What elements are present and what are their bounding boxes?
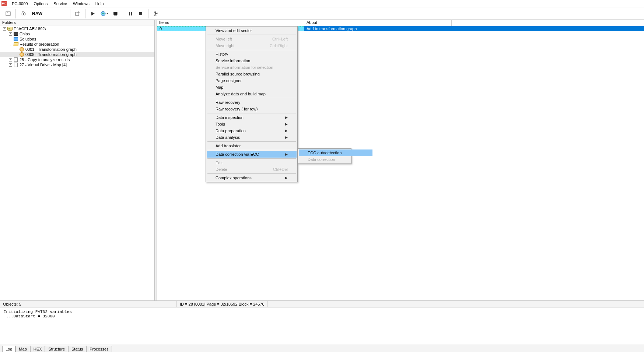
menu-separator [207, 158, 296, 159]
drive-icon [7, 27, 13, 31]
expand-icon[interactable]: + [9, 58, 12, 61]
svg-rect-7 [129, 12, 130, 15]
items-pane: Items About 0 Add to transformation grap… [157, 20, 644, 300]
folders-title: Folders [0, 20, 154, 25]
tree-item-solutions[interactable]: Solutions [0, 36, 154, 42]
menu-item[interactable]: Raw recovery [207, 99, 297, 106]
tree-item-results[interactable]: − Results of preparation [0, 42, 154, 47]
menu-item-label: Parallel source browsing [216, 72, 260, 76]
menubar-windows[interactable]: Windows [70, 1, 92, 7]
bottom-tabs: Log Map HEX Structure Status Processes [0, 344, 644, 352]
menu-item-label: Data inspection [216, 115, 244, 120]
menu-item[interactable]: Data analysis▶ [207, 134, 297, 141]
toolbar-card-icon[interactable] [3, 9, 13, 18]
tree-item-virtual-drive[interactable]: + 27 - Virtual Drive - Map [4] [0, 62, 154, 67]
menubar-app-name[interactable]: PC-3000 [9, 1, 31, 7]
menu-item-label: Add translator [216, 144, 241, 148]
tree-item-graph-0001[interactable]: 0001 - Transformation graph [0, 47, 154, 52]
graph-icon [19, 47, 24, 52]
collapse-icon[interactable]: − [3, 27, 6, 31]
menu-item[interactable]: Raw recovery ( for row) [207, 106, 297, 112]
collapse-icon[interactable]: − [9, 43, 12, 46]
tree-item-graph-0008[interactable]: 0008 - Transformation graph [0, 52, 154, 57]
menu-item[interactable]: Complex operations▶ [207, 175, 297, 181]
menu-item[interactable]: Analyze data and build map [207, 91, 297, 97]
menu-item-label: Delete [216, 167, 227, 172]
tree-label: Solutions [20, 37, 36, 41]
toolbar-export-icon[interactable] [73, 9, 83, 18]
tab-structure[interactable]: Structure [45, 346, 68, 352]
toolbar-stop-icon[interactable] [136, 9, 146, 18]
menu-item-label: Page designer [216, 78, 242, 83]
svg-rect-0 [6, 12, 10, 15]
toolbar-binoculars-icon[interactable] [18, 9, 28, 18]
toolbar-play-icon[interactable] [88, 9, 98, 18]
menubar-service[interactable]: Service [50, 1, 70, 7]
tab-processes[interactable]: Processes [86, 346, 112, 352]
menu-separator [207, 141, 296, 142]
menu-item[interactable]: ECC autodetection [299, 149, 372, 156]
svg-rect-1 [7, 13, 8, 13]
toolbar-chip-icon[interactable] [110, 9, 120, 18]
folders-tree[interactable]: − E:\ACELAB\1892\ + Chips Solutions − Re… [0, 25, 154, 300]
tab-status[interactable]: Status [68, 346, 86, 352]
menu-separator [207, 98, 296, 98]
submenu-arrow-icon: ▶ [285, 116, 288, 119]
tree-label: 25 - Copy to analyze results [20, 57, 70, 62]
menu-separator [207, 150, 296, 150]
menu-item[interactable]: Map [207, 84, 297, 91]
tab-hex[interactable]: HEX [30, 346, 45, 352]
status-bar: Objects: 5 ID = 28 [0001] Page = 32/1859… [0, 300, 644, 307]
menu-item[interactable]: Add translator [207, 142, 297, 149]
svg-rect-9 [139, 12, 142, 15]
menu-item[interactable]: Data correction via ECC▶ [207, 151, 297, 158]
graph-icon [19, 52, 24, 57]
tree-item-chips[interactable]: + Chips [0, 31, 154, 36]
menubar-help[interactable]: Help [92, 1, 107, 7]
menu-item-label: View and edit sector [216, 28, 252, 33]
tree-label: Results of preparation [20, 42, 59, 46]
menu-item[interactable]: History [207, 51, 297, 57]
menu-item-label: Data preparation [216, 129, 246, 133]
menu-item[interactable]: View and edit sector [207, 27, 297, 34]
menu-item-label: Map [216, 85, 223, 89]
tree-label: 0008 - Transformation graph [25, 52, 77, 57]
list-header: Items About [157, 20, 644, 26]
menubar-options[interactable]: Options [31, 1, 50, 7]
expand-icon[interactable]: + [9, 63, 12, 67]
submenu-arrow-icon: ▶ [285, 135, 288, 139]
toolbar-globe-icon[interactable]: ▾ [98, 9, 110, 18]
context-menu[interactable]: View and edit sectorMove leftCtrl+LeftMo… [206, 26, 298, 182]
column-items[interactable]: Items [157, 20, 304, 26]
tree-item-copy-results[interactable]: + 25 - Copy to analyze results [0, 57, 154, 62]
submenu-arrow-icon: ▶ [285, 129, 288, 133]
app-icon: PC [1, 1, 7, 6]
toolbar: RAW ▾ [0, 7, 644, 20]
column-about[interactable]: About [304, 20, 452, 26]
menu-item[interactable]: Page designer [207, 77, 297, 84]
folders-pane: Folders − E:\ACELAB\1892\ + Chips Soluti… [0, 20, 155, 300]
expand-icon[interactable]: + [9, 32, 12, 36]
menu-item[interactable]: Service information [207, 57, 297, 64]
menu-item[interactable]: Tools▶ [207, 121, 297, 127]
menu-shortcut: Ctrl+Left [272, 37, 288, 41]
menubar: PC PC-3000 Options Service Windows Help [0, 0, 644, 7]
menu-item[interactable]: Parallel source browsing [207, 71, 297, 77]
tree-root[interactable]: − E:\ACELAB\1892\ [0, 26, 154, 31]
menu-item-label: Edit [216, 161, 223, 165]
tab-log[interactable]: Log [2, 346, 15, 352]
menu-item[interactable]: Data inspection▶ [207, 114, 297, 121]
menu-item-label: History [216, 52, 228, 56]
menu-separator [207, 113, 296, 113]
svg-rect-6 [114, 12, 117, 15]
toolbar-exit-icon[interactable] [151, 9, 161, 18]
menu-separator [207, 35, 296, 35]
submenu-ecc[interactable]: ECC autodetectionData correction [298, 148, 351, 164]
menu-shortcut: Ctrl+Right [270, 43, 288, 48]
submenu-arrow-icon: ▶ [285, 122, 288, 126]
menu-item[interactable]: Data preparation▶ [207, 127, 297, 134]
menu-item-label: Complex operations [216, 176, 252, 180]
tab-map[interactable]: Map [15, 346, 30, 352]
toolbar-pause-icon[interactable] [125, 9, 136, 18]
toolbar-raw-button[interactable]: RAW [28, 9, 45, 18]
